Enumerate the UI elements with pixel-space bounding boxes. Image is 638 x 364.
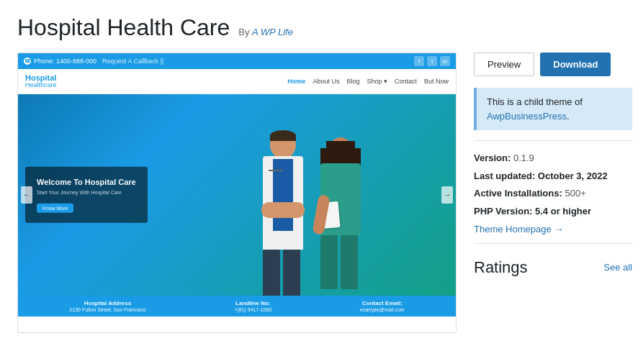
- nav-links: Home About Us Blog Shop ▾ Contact But No…: [287, 78, 449, 85]
- sidebar: Preview Download This is a child theme o…: [474, 53, 632, 333]
- linkedin-icon[interactable]: in: [440, 56, 450, 66]
- doctor-leg-left: [263, 250, 280, 296]
- doctor-male: [251, 130, 315, 296]
- theme-mockup: ☎ Phone: 1400-888-000 Request A Callback…: [17, 53, 457, 333]
- meta-last-updated: Last updated: October 3, 2022: [474, 168, 632, 186]
- mockup-footer: Hospital Address 2130 Fulton Street, San…: [18, 296, 456, 317]
- ratings-title: Ratings: [474, 258, 528, 277]
- hero-next-arrow[interactable]: →: [441, 186, 453, 204]
- theme-title: Hospital Health Care: [17, 14, 230, 41]
- ratings-section: Ratings See all: [474, 258, 632, 277]
- mockup-topbar: ☎ Phone: 1400-888-000 Request A Callback…: [18, 53, 456, 69]
- mockup-logo: Hospital Healthcare: [25, 73, 57, 89]
- hero-prev-arrow[interactable]: ←: [21, 186, 32, 204]
- footer-email: Contact Email: example@mail.com: [360, 300, 405, 312]
- child-theme-link[interactable]: AwpBusinessPress: [487, 111, 567, 122]
- page-wrapper: Hospital Health Care By A WP Life ☎ Phon…: [0, 0, 638, 364]
- doctor-arms: [261, 202, 305, 218]
- sidebar-divider-2: [474, 243, 632, 244]
- topbar-phone: ☎ Phone: 1400-888-000 Request A Callback…: [24, 58, 163, 65]
- meta-info: Version: 0.1.9 Last updated: October 3, …: [474, 150, 632, 221]
- mockup-hero: ← Welcome To Hospital Care Start Your Jo…: [18, 94, 456, 296]
- child-theme-notice: This is a child theme of AwpBusinessPres…: [474, 88, 632, 130]
- doctors-illustration: [211, 94, 413, 296]
- main-content: ☎ Phone: 1400-888-000 Request A Callback…: [17, 53, 621, 333]
- meta-php-version: PHP Version: 5.4 or higher: [474, 203, 632, 221]
- download-button[interactable]: Download: [540, 53, 611, 76]
- phone-icon: ☎: [24, 58, 31, 65]
- female-leg-left: [320, 235, 338, 289]
- theme-homepage-link[interactable]: Theme Homepage →: [474, 224, 564, 235]
- hero-overlay: Welcome To Hospital Care Start Your Jour…: [25, 167, 148, 223]
- hero-cta-button[interactable]: Know More: [37, 204, 73, 213]
- doctor-female: [308, 137, 373, 296]
- facebook-icon[interactable]: f: [414, 56, 424, 66]
- author-link[interactable]: A WP Life: [252, 27, 293, 37]
- see-all-link[interactable]: See all: [603, 262, 632, 273]
- footer-address: Hospital Address 2130 Fulton Street, San…: [69, 300, 145, 312]
- meta-active-installs: Active Installations: 500+: [474, 185, 632, 203]
- action-buttons: Preview Download: [474, 53, 632, 76]
- female-leg-right: [341, 235, 358, 289]
- meta-version: Version: 0.1.9: [474, 150, 632, 168]
- preview-section: ☎ Phone: 1400-888-000 Request A Callback…: [17, 53, 457, 333]
- doctor-hair: [270, 130, 296, 141]
- preview-button[interactable]: Preview: [474, 53, 534, 76]
- stethoscope: [269, 170, 283, 171]
- theme-header: Hospital Health Care By A WP Life: [17, 14, 621, 41]
- theme-by: By A WP Life: [238, 27, 293, 37]
- twitter-icon[interactable]: t: [427, 56, 437, 66]
- sidebar-divider: [474, 140, 632, 141]
- footer-phone: Landline No: +(81) 9417-1080: [234, 300, 271, 312]
- social-icons: f t in: [414, 56, 450, 66]
- doctor-leg-right: [283, 250, 300, 296]
- mockup-nav: Hospital Healthcare Home About Us Blog S…: [18, 69, 456, 94]
